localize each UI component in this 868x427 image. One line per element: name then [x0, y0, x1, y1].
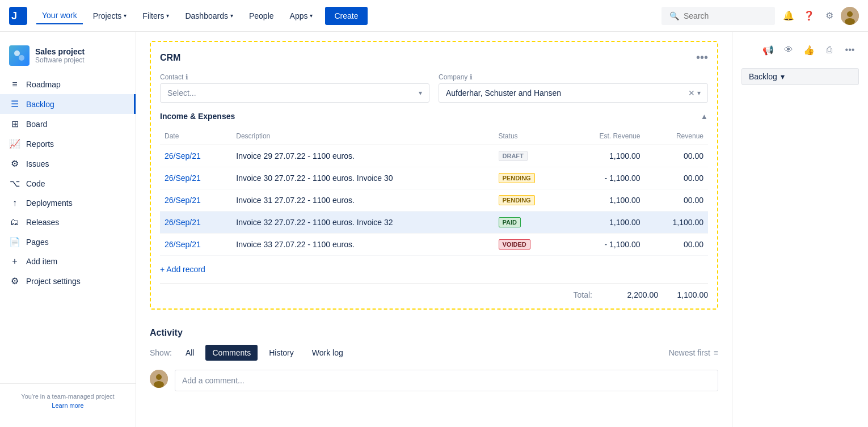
- sidebar-item-deployments[interactable]: ↑ Deployments: [0, 193, 136, 213]
- col-date: Date: [160, 128, 231, 145]
- thumbsup-button[interactable]: 👍: [800, 41, 818, 59]
- revenue-cell: 00.00: [644, 167, 708, 189]
- sidebar-footer-link[interactable]: Learn more: [9, 402, 127, 409]
- backlog-label: Backlog: [749, 72, 777, 81]
- sidebar-item-pages[interactable]: 📄 Pages: [0, 232, 136, 252]
- company-field-group: Company ℹ Aufderhar, Schuster and Hansen…: [439, 73, 708, 103]
- sort-icon: ≡: [714, 348, 718, 357]
- sidebar-item-backlog[interactable]: ☰ Backlog: [0, 94, 136, 114]
- svg-text:J: J: [11, 10, 17, 22]
- company-chevron-icon: ▾: [697, 89, 701, 97]
- project-header: Sales project Software project: [0, 41, 136, 70]
- sidebar-footer: You're in a team-managed project Learn m…: [0, 383, 136, 418]
- nav-projects[interactable]: Projects ▾: [87, 8, 133, 24]
- total-est-revenue: 2,200.00: [601, 290, 658, 299]
- sidebar-item-releases[interactable]: 🗂 Releases: [0, 213, 136, 232]
- table-row: 26/Sep/21Invoice 31 27.07.22 - 1100 euro…: [160, 189, 708, 212]
- status-cell: PAID: [494, 212, 566, 234]
- right-panel: 📢 👁 👍 ⎙ ••• Backlog ▾: [732, 32, 868, 427]
- crm-title: CRM: [160, 53, 180, 63]
- sidebar-item-add-item[interactable]: + Add item: [0, 252, 136, 271]
- roadmap-icon: ≡: [9, 79, 20, 90]
- project-info: Sales project Software project: [35, 47, 85, 64]
- share-button[interactable]: ⎙: [820, 41, 838, 59]
- company-clear-icon[interactable]: ✕: [688, 88, 695, 98]
- sidebar-label-add-item: Add item: [26, 257, 57, 266]
- nav-apps[interactable]: Apps ▾: [284, 8, 319, 24]
- description-cell: Invoice 32 27.07.22 - 1100 euros. Invoic…: [231, 212, 494, 234]
- tab-work-log[interactable]: Work log: [305, 345, 350, 361]
- notifications-button[interactable]: 🔔: [779, 7, 798, 25]
- tab-history[interactable]: History: [262, 345, 301, 361]
- contact-select[interactable]: Select... ▾: [160, 83, 429, 103]
- status-badge: PENDING: [499, 195, 535, 205]
- more-options-button[interactable]: •••: [841, 41, 859, 59]
- pages-icon: 📄: [9, 236, 20, 247]
- status-badge: PAID: [499, 217, 521, 227]
- status-badge: DRAFT: [499, 151, 528, 161]
- status-badge: PENDING: [499, 173, 535, 183]
- sidebar-item-board[interactable]: ⊞ Board: [0, 114, 136, 134]
- sidebar-item-roadmap[interactable]: ≡ Roadmap: [0, 75, 136, 94]
- date-link[interactable]: 26/Sep/21: [165, 218, 201, 227]
- col-revenue: Revenue: [644, 128, 708, 145]
- jira-logo[interactable]: J: [9, 7, 27, 25]
- feedback-button[interactable]: 📢: [759, 41, 777, 59]
- crm-menu-button[interactable]: •••: [696, 51, 708, 64]
- search-input[interactable]: [684, 11, 752, 20]
- sidebar-label-deployments: Deployments: [26, 198, 73, 208]
- activity-tabs: Show: All Comments History Work log Newe…: [150, 345, 718, 361]
- tab-comments[interactable]: Comments: [205, 345, 258, 361]
- collapse-button[interactable]: ▲: [701, 112, 708, 121]
- settings-icon: ⚙: [9, 276, 20, 286]
- nav-filters[interactable]: Filters ▾: [137, 8, 175, 24]
- date-link[interactable]: 26/Sep/21: [165, 151, 201, 160]
- comment-input[interactable]: Add a comment...: [175, 370, 718, 391]
- contact-chevron-icon: ▾: [419, 89, 422, 97]
- create-button[interactable]: Create: [325, 7, 367, 25]
- sidebar-item-code[interactable]: ⌥ Code: [0, 174, 136, 193]
- nav-people[interactable]: People: [243, 8, 280, 24]
- section-title: Income & Expenses: [160, 112, 235, 121]
- nav-your-work[interactable]: Your work: [36, 7, 83, 24]
- description-cell: Invoice 33 27.07.22 - 1100 euros.: [231, 234, 494, 256]
- help-button[interactable]: ❓: [800, 7, 818, 25]
- sort-control[interactable]: Newest first ≡: [669, 348, 718, 357]
- svg-point-6: [19, 55, 24, 61]
- sidebar-label-code: Code: [26, 179, 45, 188]
- tab-all[interactable]: All: [179, 345, 201, 361]
- svg-point-3: [847, 11, 853, 17]
- col-description: Description: [231, 128, 494, 145]
- comment-placeholder: Add a comment...: [182, 376, 245, 385]
- board-icon: ⊞: [9, 119, 20, 129]
- add-record-link[interactable]: + Add record: [160, 260, 205, 278]
- user-avatar[interactable]: [841, 7, 859, 25]
- watch-button[interactable]: 👁: [779, 41, 798, 59]
- company-select[interactable]: Aufderhar, Schuster and Hansen ✕ ▾: [439, 83, 708, 103]
- date-link[interactable]: 26/Sep/21: [165, 196, 201, 205]
- apps-chevron-icon: ▾: [310, 12, 313, 19]
- company-value: Aufderhar, Schuster and Hansen: [446, 88, 561, 98]
- sidebar-item-project-settings[interactable]: ⚙ Project settings: [0, 271, 136, 291]
- sidebar-item-reports[interactable]: 📈 Reports: [0, 134, 136, 154]
- sidebar-label-board: Board: [26, 120, 47, 129]
- main-layout: Sales project Software project ≡ Roadmap…: [0, 32, 868, 427]
- date-link[interactable]: 26/Sep/21: [165, 174, 201, 183]
- sidebar-item-issues[interactable]: ⚙ Issues: [0, 154, 136, 174]
- backlog-dropdown[interactable]: Backlog ▾: [741, 68, 859, 85]
- top-navigation: J Your work Projects ▾ Filters ▾ Dashboa…: [0, 0, 868, 32]
- sidebar-label-project-settings: Project settings: [26, 277, 81, 286]
- filters-chevron-icon: ▾: [166, 12, 169, 19]
- est-revenue-cell: - 1,100.00: [566, 167, 644, 189]
- description-cell: Invoice 29 27.07.22 - 1100 euros.: [231, 145, 494, 167]
- settings-button[interactable]: ⚙: [820, 7, 838, 25]
- search-bar[interactable]: 🔍: [661, 7, 775, 25]
- date-link[interactable]: 26/Sep/21: [165, 240, 201, 249]
- revenue-cell: 1,100.00: [644, 212, 708, 234]
- nav-dashboards[interactable]: Dashboards ▾: [179, 8, 239, 24]
- releases-icon: 🗂: [9, 217, 20, 227]
- content-area: CRM ••• Contact ℹ Select... ▾: [136, 32, 732, 427]
- comment-area: Add a comment...: [150, 370, 718, 391]
- issues-icon: ⚙: [9, 158, 20, 169]
- total-revenue: 1,100.00: [663, 290, 708, 299]
